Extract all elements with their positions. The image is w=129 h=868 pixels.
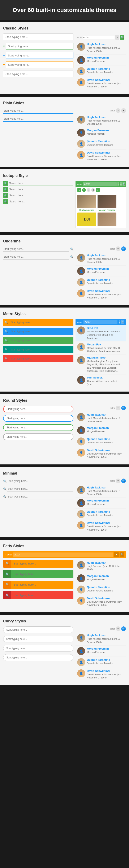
list-item[interactable]: 👤 Hugh Jackman Hugh Michael Jackman (bor… bbox=[76, 485, 126, 498]
underline-up-btn[interactable]: ▾ bbox=[116, 246, 120, 251]
list-item[interactable]: 👤 Quentin Tarantino Quentin Jerome Taran… bbox=[76, 436, 126, 447]
list-item[interactable]: 👤 Quentin Tarantino Quentin Jerome Taran… bbox=[76, 584, 126, 595]
classic-search-btn[interactable]: 🔍 bbox=[120, 35, 124, 40]
isotopic-input-1[interactable] bbox=[9, 181, 74, 186]
curvy-input-3[interactable] bbox=[3, 645, 74, 652]
fatty-top-search-btn[interactable]: 🔍 bbox=[120, 552, 124, 557]
underline-search-btn[interactable]: 🔍 bbox=[121, 246, 126, 251]
isotopic-search-btn[interactable]: 🔍 bbox=[123, 182, 125, 186]
list-item[interactable]: 👤 Morgan Freeman Morgan Freeman bbox=[76, 55, 126, 66]
list-item[interactable]: 👤 Hugh Jackman Hugh Michael Jackman (bor… bbox=[76, 632, 126, 646]
classic-input-1[interactable] bbox=[3, 33, 74, 40]
isotopic-bars-btn[interactable]: ≡ bbox=[120, 182, 122, 186]
isotopic-clear-btn[interactable]: ✕ bbox=[118, 182, 119, 186]
item-text: Morgan Freeman Morgan Freeman bbox=[87, 575, 124, 581]
fatty-top-search-input[interactable] bbox=[13, 553, 113, 557]
item-name: Morgan Freeman bbox=[87, 267, 124, 271]
list-item[interactable]: 👤 Quentin Tarantino Quentin Jerome Taran… bbox=[76, 277, 126, 288]
plain-input-2[interactable] bbox=[3, 116, 74, 122]
list-item[interactable]: 👤 Morgan Freeman Morgan Freeman bbox=[76, 573, 126, 584]
underline-input-2[interactable] bbox=[3, 254, 69, 259]
fatty-input-group-4: 🔍 bbox=[3, 591, 74, 599]
plain-up-btn[interactable]: ▾ bbox=[116, 108, 120, 113]
fatty-input-4[interactable] bbox=[11, 591, 74, 599]
metro-input-2[interactable] bbox=[9, 328, 74, 335]
classic-input-3[interactable] bbox=[6, 52, 74, 59]
metro-input-4[interactable] bbox=[9, 346, 74, 353]
list-item[interactable]: 👤 Morgan Freeman Morgan Freeman bbox=[76, 646, 126, 657]
curvy-input-1[interactable] bbox=[3, 626, 74, 633]
list-item[interactable]: 👤 Megan Fox Megan Denise Fox (born May 1… bbox=[76, 341, 126, 355]
fatty-input-1[interactable] bbox=[11, 560, 74, 568]
minimal-input-group-3: 🔍 bbox=[3, 494, 74, 499]
classic-input-2[interactable] bbox=[6, 43, 74, 50]
metro-up-btn[interactable]: ▾ bbox=[119, 320, 120, 324]
isotopic-input-2[interactable] bbox=[9, 187, 74, 192]
list-item[interactable]: 👤 Hugh Jackman Hugh Jackman (born 12 Oct… bbox=[76, 560, 126, 573]
isotopic-prev-btn[interactable]: ‹ bbox=[77, 188, 81, 192]
list-item[interactable]: 👤 David Schwimmer David Lawrence Schwimm… bbox=[76, 288, 126, 301]
curvy-input-4[interactable] bbox=[3, 654, 74, 661]
list-item[interactable]: 👤 Matthew Perry Matthew Langford Perry (… bbox=[76, 355, 126, 374]
list-item[interactable]: 👤 Morgan Freeman Morgan Freeman bbox=[76, 497, 126, 509]
fatty-input-2[interactable] bbox=[11, 570, 74, 578]
list-item[interactable]: 👤 Brad Pitt William Bradley "Brad" Pitt … bbox=[76, 325, 126, 341]
list-item[interactable]: 👤 Hugh Jackman Hugh Michael Jackman (bor… bbox=[76, 114, 126, 127]
classic-input-4[interactable] bbox=[6, 61, 74, 68]
page-2[interactable]: 2 bbox=[87, 188, 90, 192]
curvy-up-btn[interactable]: ▾ bbox=[116, 626, 120, 631]
isotopic-next-btn[interactable]: › bbox=[96, 188, 100, 192]
list-item[interactable]: 👤 Tom Selleck Thomas William 'Tom' Selle… bbox=[76, 374, 126, 388]
metro-search-btn[interactable]: 🔍 bbox=[121, 320, 124, 324]
isotopic-input-4[interactable] bbox=[9, 199, 74, 204]
isotopic-input-3[interactable] bbox=[9, 193, 74, 198]
item-text: Tom Selleck Thomas William 'Tom' Selleck… bbox=[87, 376, 124, 386]
list-item[interactable]: 👤 Hugh Jackman Hugh Michael Jackman (bor… bbox=[76, 41, 126, 55]
isotopic-search-input[interactable] bbox=[83, 182, 117, 186]
classic-search-input[interactable] bbox=[83, 36, 115, 39]
list-item[interactable]: 👤 Morgan Freeman Morgan Freeman bbox=[76, 127, 126, 138]
classic-input-5[interactable] bbox=[3, 70, 74, 77]
list-item[interactable]: 👤 David Schwimmer David Lawrence Schwimm… bbox=[76, 447, 126, 460]
underline-input-1[interactable] bbox=[3, 246, 69, 252]
list-item[interactable]: 👤 David Schwimmer David Lawrence Schwimm… bbox=[76, 595, 126, 608]
round-input-1[interactable] bbox=[3, 406, 74, 412]
list-item[interactable]: 👤 Quentin Tarantino Quentin Jerome Taran… bbox=[76, 138, 126, 150]
minimal-input-2[interactable] bbox=[7, 486, 74, 492]
classic-clear-btn[interactable]: ✕ bbox=[115, 35, 119, 40]
list-item[interactable]: 👤 Quentin Tarantino Quentin Jerome Taran… bbox=[76, 509, 126, 520]
classic-search-bar: actor ✕ 🔍 bbox=[76, 33, 126, 41]
round-input-3[interactable] bbox=[3, 424, 74, 431]
minimal-search-btn[interactable]: 🔍 bbox=[121, 478, 126, 483]
fatty-input-3[interactable] bbox=[11, 581, 74, 589]
metro-input-3[interactable] bbox=[9, 337, 74, 344]
list-item[interactable]: 👤 David Schwimmer David Lawrence Schwimm… bbox=[76, 520, 126, 533]
list-item[interactable]: 👤 Hugh Jackman Hugh Michael Jackman (bor… bbox=[76, 411, 126, 425]
page-1[interactable]: 1 bbox=[82, 188, 86, 192]
page-3[interactable]: 3 bbox=[91, 188, 95, 192]
plain-input-1[interactable] bbox=[3, 108, 74, 114]
metro-search-input[interactable] bbox=[84, 320, 118, 324]
list-item[interactable]: 👤 David Schwimmer David Lawrence Schwimm… bbox=[76, 77, 126, 90]
metro-input-5[interactable] bbox=[9, 355, 74, 362]
minimal-up-btn[interactable]: ▾ bbox=[116, 478, 120, 483]
minimal-content: 🔍 🔍 🔍 actor ▾ 🔍 👤 Hugh Jackman bbox=[3, 478, 126, 533]
list-item[interactable]: 👤 David Schwimmer David Lawrence Schwimm… bbox=[76, 150, 126, 163]
curvy-input-2[interactable] bbox=[3, 636, 74, 643]
plain-down-btn[interactable]: ▸ bbox=[121, 108, 126, 113]
metro-input-1[interactable] bbox=[9, 319, 74, 326]
list-item[interactable]: 👤 Morgan Freeman Morgan Freeman bbox=[76, 266, 126, 277]
minimal-input-3[interactable] bbox=[7, 494, 74, 499]
list-item[interactable]: 👤 Hugh Jackman Hugh Michael Jackman (bor… bbox=[76, 252, 126, 266]
list-item[interactable]: 👤 David Schwimmer David Lawrence Schwimm… bbox=[76, 668, 126, 681]
minimal-input-1[interactable] bbox=[7, 478, 74, 484]
fatty-top-clear-btn[interactable]: ✕ bbox=[114, 552, 119, 557]
curvy-search-btn[interactable]: 🔍 bbox=[121, 626, 126, 631]
round-up-btn[interactable]: ▾ bbox=[116, 406, 120, 410]
round-input-2[interactable] bbox=[3, 415, 74, 422]
list-item[interactable]: 👤 Morgan Freeman Morgan Freeman bbox=[76, 425, 126, 436]
list-item[interactable]: 👤 Quentin Tarantino Quentin Jerome Taran… bbox=[76, 66, 126, 77]
round-search-btn[interactable]: 🔍 bbox=[121, 406, 126, 410]
round-input-4[interactable] bbox=[3, 433, 74, 440]
list-item[interactable]: 👤 Quentin Tarantino Quentin Jerome Taran… bbox=[76, 657, 126, 668]
